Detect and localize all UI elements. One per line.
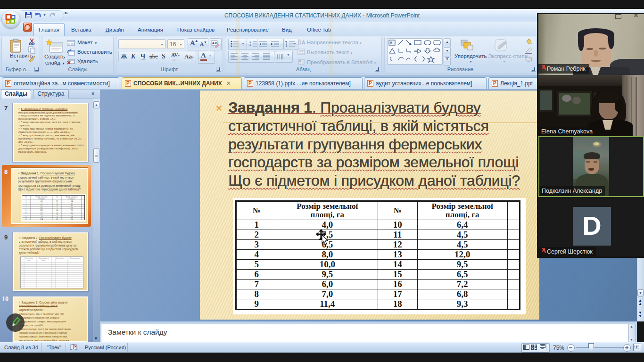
svg-text:праці,: праці, [41,259,45,262]
svg-text:14: 14 [56,209,58,211]
svg-text:№: № [56,196,58,198]
svg-text:Aя: Aя [212,41,217,45]
svg-text:1: 1 [25,200,26,202]
svg-text:№: № [25,196,27,198]
svg-text:роки: роки [27,259,31,261]
svg-text:8: 8 [25,216,26,218]
svg-text:7: 7 [25,214,26,215]
svg-text:9: 9 [25,218,26,220]
svg-text:18: 18 [56,218,58,220]
svg-text:3: 3 [25,205,26,206]
svg-text:15: 15 [56,212,58,214]
svg-text:2: 2 [249,43,251,46]
svg-text:A: A [390,41,393,45]
svg-text:16: 16 [56,214,58,215]
svg-text:12: 12 [56,205,58,206]
svg-text:4: 4 [25,207,26,209]
svg-text:13: 13 [56,207,58,209]
svg-text:6: 6 [25,212,26,214]
svg-text:5: 5 [25,209,26,211]
svg-text:Стаж роботи,: Стаж роботи, [56,257,65,260]
svg-text:17: 17 [56,216,58,218]
svg-text:11: 11 [56,203,58,205]
svg-text:Продуктивність: Продуктивність [70,257,80,259]
svg-text:A: A [302,40,305,45]
svg-text:10: 10 [56,200,58,202]
svg-text:2: 2 [25,203,26,205]
